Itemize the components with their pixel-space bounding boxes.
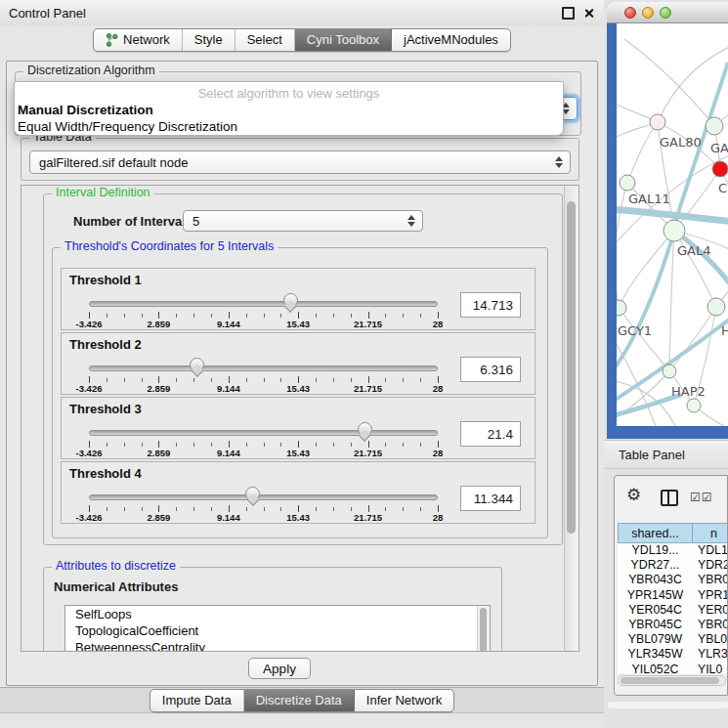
- slider-tick-labels: -3.4262.8599.14415.4321.71528: [89, 319, 438, 329]
- gray-edge[interactable]: [627, 122, 658, 183]
- slider-tick-labels: -3.4262.8599.14415.4321.71528: [89, 383, 438, 394]
- select-checkboxes-icon[interactable]: ☑☑: [690, 491, 713, 504]
- column-header-2[interactable]: n: [693, 523, 728, 543]
- slider-ticks: [89, 505, 438, 512]
- tab-jactivemnodules-label: jActiveMNodules: [404, 32, 498, 47]
- float-window-icon[interactable]: [562, 7, 575, 20]
- table-horizontal-scrollbar[interactable]: [618, 675, 726, 686]
- gear-icon[interactable]: ⚙: [626, 487, 641, 503]
- threshold-2-box: Threshold 2-3.4262.8599.14415.4321.71528…: [61, 332, 535, 395]
- cell-name: YBR0: [693, 573, 728, 587]
- tab-cyni-toolbox-label: Cyni Toolbox: [307, 32, 379, 47]
- popup-item-manual-discretization[interactable]: Manual Discretization: [15, 102, 563, 118]
- threshold-3-slider-track[interactable]: [89, 430, 438, 436]
- table-row[interactable]: YIL052CYIL0: [618, 663, 728, 674]
- network-node[interactable]: [650, 114, 665, 130]
- number-of-intervals-combobox[interactable]: 5: [183, 210, 423, 232]
- table-row[interactable]: YER054CYER0: [618, 603, 728, 618]
- settings-scrollpane: Interval Definition Number of Intervals …: [21, 185, 579, 652]
- cell-shared-name: YIL052C: [618, 663, 693, 674]
- table-row[interactable]: YLR345WYLR3: [618, 647, 728, 662]
- close-icon[interactable]: [583, 8, 594, 19]
- bottom-tabs: Impute DataDiscretize DataInfer Network: [150, 689, 454, 712]
- table-data-combobox[interactable]: galFiltered.sif default node: [29, 150, 571, 174]
- gray-edge[interactable]: [669, 231, 674, 371]
- popup-item-equal-width-frequency-discretization[interactable]: Equal Width/Frequency Discretization: [15, 118, 563, 135]
- thresholds-group-title: Threshold's Coordinates for 5 Intervals: [61, 239, 278, 253]
- teal-edge[interactable]: [617, 231, 674, 373]
- tab-jactivemnodules[interactable]: jActiveMNodules: [392, 29, 510, 51]
- cell-name: YBL0: [693, 632, 728, 647]
- tab-cyni-toolbox[interactable]: Cyni Toolbox: [295, 29, 392, 51]
- attribute-item-topologicalcoefficient[interactable]: TopologicalCoefficient: [65, 622, 490, 639]
- threshold-1-value-field[interactable]: 14.713: [460, 292, 521, 318]
- node-label-ga: GA: [710, 141, 728, 155]
- network-node[interactable]: [620, 175, 635, 191]
- gray-edge[interactable]: [669, 307, 716, 371]
- column-header-1[interactable]: shared...: [618, 523, 693, 543]
- threshold-4-value-field[interactable]: 11.344: [460, 486, 521, 511]
- threshold-4-slider-thumb[interactable]: [245, 487, 260, 501]
- table-row[interactable]: YDL19...YDL1: [618, 543, 728, 558]
- tab-infer-network-label: Infer Network: [366, 693, 442, 707]
- slider-tick-labels: -3.4262.8599.14415.4321.71528: [89, 512, 438, 523]
- threshold-4-box: Threshold 4-3.4262.8599.14415.4321.71528…: [61, 461, 535, 524]
- numerical-attributes-list: SelfLoopsTopologicalCoefficientBetweenne…: [64, 605, 491, 652]
- table-row[interactable]: YDR27...YDR2: [618, 558, 728, 573]
- settings-vertical-scrollbar[interactable]: [564, 186, 578, 651]
- tab-style[interactable]: Style: [183, 29, 236, 51]
- tab-discretize-data[interactable]: Discretize Data: [244, 690, 355, 711]
- network-graph: GAL80GACGAL11GAL4GCY1HHAP2: [617, 23, 728, 426]
- network-node[interactable]: [687, 399, 701, 412]
- cell-shared-name: YLR345W: [618, 647, 693, 662]
- cell-name: YIL0: [693, 663, 728, 674]
- tab-network[interactable]: Network: [94, 29, 183, 51]
- threshold-1-label: Threshold 1: [69, 273, 142, 287]
- threshold-2-slider-track[interactable]: [89, 365, 438, 371]
- attributes-group-title: Attributes to discretize: [52, 559, 180, 573]
- network-node[interactable]: [712, 161, 728, 177]
- tab-infer-network[interactable]: Infer Network: [355, 690, 453, 711]
- network-node[interactable]: [663, 364, 676, 378]
- threshold-2-value-field[interactable]: 6.316: [460, 357, 521, 382]
- node-label-h: H: [721, 323, 728, 338]
- attribute-item-selfloops[interactable]: SelfLoops: [65, 606, 490, 622]
- attributes-list-scrollbar[interactable]: [477, 606, 490, 652]
- threshold-4-slider-track[interactable]: [89, 494, 438, 500]
- network-node[interactable]: [664, 220, 685, 241]
- gray-edge[interactable]: [617, 183, 627, 258]
- network-node[interactable]: [707, 298, 725, 316]
- tab-impute-data[interactable]: Impute Data: [150, 690, 244, 711]
- threshold-2-slider-thumb[interactable]: [190, 358, 204, 372]
- tab-select[interactable]: Select: [236, 29, 295, 51]
- settings-scrollbar-thumb[interactable]: [567, 201, 576, 534]
- combo-arrows-icon: [555, 156, 563, 168]
- table-row[interactable]: YBL079WYBL0: [618, 632, 728, 647]
- threshold-3-value-field[interactable]: 21.4: [460, 421, 521, 447]
- close-traffic-light[interactable]: [624, 7, 636, 19]
- table-row[interactable]: YPR145WYPR1: [618, 588, 728, 603]
- threshold-1-slider-track[interactable]: [89, 301, 438, 307]
- minimize-traffic-light[interactable]: [642, 7, 654, 19]
- network-view-window: GAL80GACGAL11GAL4GCY1HHAP2: [607, 2, 728, 439]
- network-node[interactable]: [706, 117, 723, 135]
- gray-edge[interactable]: [674, 231, 716, 307]
- gray-edge[interactable]: [658, 45, 728, 122]
- threshold-1-slider-thumb[interactable]: [283, 293, 298, 308]
- attribute-item-betweennesscentrality[interactable]: BetweennessCentrality: [65, 639, 490, 652]
- table-row[interactable]: YBR043CYBR0: [618, 573, 728, 587]
- attributes-scrollbar-thumb[interactable]: [480, 608, 487, 652]
- network-canvas[interactable]: GAL80GACGAL11GAL4GCY1HHAP2: [617, 23, 728, 426]
- zoom-traffic-light[interactable]: [660, 7, 671, 19]
- node-label-c: C: [718, 181, 727, 195]
- combo-arrows-icon: [407, 215, 415, 227]
- number-of-intervals-value: 5: [193, 214, 199, 229]
- network-node[interactable]: [617, 300, 626, 316]
- apply-button[interactable]: Apply: [248, 658, 311, 679]
- columns-icon[interactable]: [661, 490, 678, 506]
- teal-edge[interactable]: [674, 231, 728, 289]
- table-row[interactable]: YBR045CYBR0: [618, 618, 728, 632]
- table-hscrollbar-thumb[interactable]: [621, 677, 719, 684]
- threshold-3-slider-thumb[interactable]: [358, 422, 372, 437]
- gray-edge[interactable]: [619, 231, 674, 308]
